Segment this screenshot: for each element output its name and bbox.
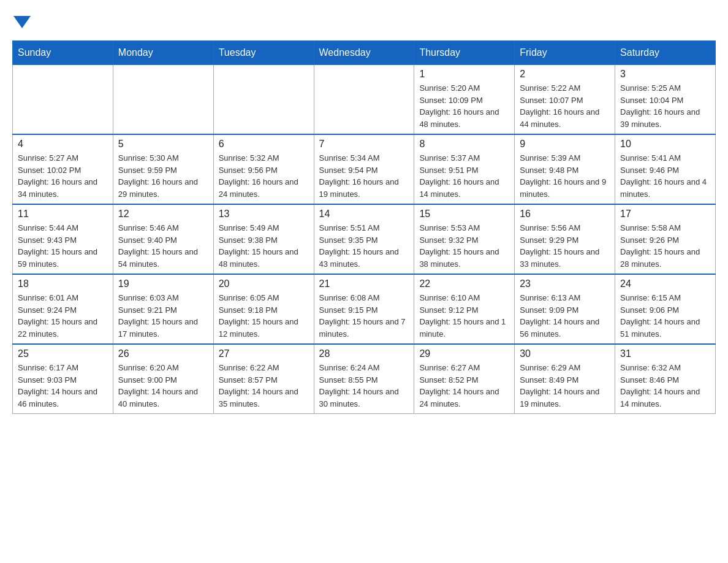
- calendar-header-row: SundayMondayTuesdayWednesdayThursdayFrid…: [13, 41, 716, 65]
- day-number: 3: [620, 69, 710, 80]
- day-number: 18: [18, 278, 108, 289]
- day-info: Sunrise: 5:27 AMSunset: 10:02 PMDaylight…: [18, 152, 108, 200]
- week-row-4: 18Sunrise: 6:01 AMSunset: 9:24 PMDayligh…: [13, 274, 716, 344]
- calendar-cell: 6Sunrise: 5:32 AMSunset: 9:56 PMDaylight…: [213, 134, 314, 204]
- calendar-cell: 16Sunrise: 5:56 AMSunset: 9:29 PMDayligh…: [515, 204, 615, 274]
- day-info: Sunrise: 5:56 AMSunset: 9:29 PMDaylight:…: [520, 222, 610, 270]
- calendar-cell: 23Sunrise: 6:13 AMSunset: 9:09 PMDayligh…: [515, 274, 615, 344]
- day-info: Sunrise: 5:49 AMSunset: 9:38 PMDaylight:…: [219, 222, 309, 270]
- day-info: Sunrise: 6:10 AMSunset: 9:12 PMDaylight:…: [419, 292, 509, 340]
- day-info: Sunrise: 6:29 AMSunset: 8:49 PMDaylight:…: [520, 362, 610, 410]
- header-tuesday: Tuesday: [213, 41, 314, 65]
- day-info: Sunrise: 6:05 AMSunset: 9:18 PMDaylight:…: [219, 292, 309, 340]
- day-info: Sunrise: 6:13 AMSunset: 9:09 PMDaylight:…: [520, 292, 610, 340]
- calendar-cell: 26Sunrise: 6:20 AMSunset: 9:00 PMDayligh…: [113, 344, 213, 414]
- day-info: Sunrise: 5:30 AMSunset: 9:59 PMDaylight:…: [118, 152, 208, 200]
- calendar-cell: 20Sunrise: 6:05 AMSunset: 9:18 PMDayligh…: [213, 274, 314, 344]
- calendar-cell: 9Sunrise: 5:39 AMSunset: 9:48 PMDaylight…: [515, 134, 615, 204]
- day-info: Sunrise: 5:20 AMSunset: 10:09 PMDaylight…: [419, 82, 509, 130]
- page-header: [12, 12, 716, 28]
- day-info: Sunrise: 5:32 AMSunset: 9:56 PMDaylight:…: [219, 152, 309, 200]
- day-info: Sunrise: 6:32 AMSunset: 8:46 PMDaylight:…: [620, 362, 710, 410]
- header-saturday: Saturday: [615, 41, 716, 65]
- day-number: 16: [520, 209, 610, 220]
- day-info: Sunrise: 6:17 AMSunset: 9:03 PMDaylight:…: [18, 362, 108, 410]
- header-sunday: Sunday: [13, 41, 113, 65]
- calendar-cell: 24Sunrise: 6:15 AMSunset: 9:06 PMDayligh…: [615, 274, 716, 344]
- day-info: Sunrise: 5:25 AMSunset: 10:04 PMDaylight…: [620, 82, 710, 130]
- header-monday: Monday: [113, 41, 213, 65]
- day-info: Sunrise: 6:03 AMSunset: 9:21 PMDaylight:…: [118, 292, 208, 340]
- day-number: 7: [319, 139, 409, 150]
- day-info: Sunrise: 6:15 AMSunset: 9:06 PMDaylight:…: [620, 292, 710, 340]
- day-number: 6: [219, 139, 309, 150]
- calendar-cell: [314, 65, 414, 135]
- calendar-cell: [213, 65, 314, 135]
- calendar-cell: 2Sunrise: 5:22 AMSunset: 10:07 PMDayligh…: [515, 65, 615, 135]
- header-thursday: Thursday: [414, 41, 515, 65]
- day-number: 10: [620, 139, 710, 150]
- day-number: 22: [419, 278, 509, 289]
- day-number: 20: [219, 278, 309, 289]
- calendar-table: SundayMondayTuesdayWednesdayThursdayFrid…: [12, 40, 716, 414]
- day-info: Sunrise: 6:08 AMSunset: 9:15 PMDaylight:…: [319, 292, 409, 340]
- calendar-cell: 14Sunrise: 5:51 AMSunset: 9:35 PMDayligh…: [314, 204, 414, 274]
- day-info: Sunrise: 6:01 AMSunset: 9:24 PMDaylight:…: [18, 292, 108, 340]
- calendar-cell: 29Sunrise: 6:27 AMSunset: 8:52 PMDayligh…: [414, 344, 515, 414]
- day-number: 11: [18, 209, 108, 220]
- calendar-cell: 3Sunrise: 5:25 AMSunset: 10:04 PMDayligh…: [615, 65, 716, 135]
- header-wednesday: Wednesday: [314, 41, 414, 65]
- day-number: 2: [520, 69, 610, 80]
- week-row-1: 1Sunrise: 5:20 AMSunset: 10:09 PMDayligh…: [13, 65, 716, 135]
- day-info: Sunrise: 5:46 AMSunset: 9:40 PMDaylight:…: [118, 222, 208, 270]
- calendar-cell: [113, 65, 213, 135]
- day-number: 31: [620, 348, 710, 359]
- calendar-cell: 19Sunrise: 6:03 AMSunset: 9:21 PMDayligh…: [113, 274, 213, 344]
- calendar-cell: 7Sunrise: 5:34 AMSunset: 9:54 PMDaylight…: [314, 134, 414, 204]
- day-info: Sunrise: 5:22 AMSunset: 10:07 PMDaylight…: [520, 82, 610, 130]
- calendar-cell: 5Sunrise: 5:30 AMSunset: 9:59 PMDaylight…: [113, 134, 213, 204]
- header-friday: Friday: [515, 41, 615, 65]
- calendar-cell: 1Sunrise: 5:20 AMSunset: 10:09 PMDayligh…: [414, 65, 515, 135]
- day-number: 12: [118, 209, 208, 220]
- day-number: 5: [118, 139, 208, 150]
- calendar-cell: 27Sunrise: 6:22 AMSunset: 8:57 PMDayligh…: [213, 344, 314, 414]
- day-number: 28: [319, 348, 409, 359]
- calendar-cell: 31Sunrise: 6:32 AMSunset: 8:46 PMDayligh…: [615, 344, 716, 414]
- day-number: 4: [18, 139, 108, 150]
- day-number: 17: [620, 209, 710, 220]
- day-info: Sunrise: 5:34 AMSunset: 9:54 PMDaylight:…: [319, 152, 409, 200]
- day-number: 8: [419, 139, 509, 150]
- day-info: Sunrise: 5:37 AMSunset: 9:51 PMDaylight:…: [419, 152, 509, 200]
- calendar-cell: 30Sunrise: 6:29 AMSunset: 8:49 PMDayligh…: [515, 344, 615, 414]
- day-number: 21: [319, 278, 409, 289]
- day-info: Sunrise: 6:24 AMSunset: 8:55 PMDaylight:…: [319, 362, 409, 410]
- day-number: 30: [520, 348, 610, 359]
- day-number: 14: [319, 209, 409, 220]
- day-number: 9: [520, 139, 610, 150]
- calendar-cell: 28Sunrise: 6:24 AMSunset: 8:55 PMDayligh…: [314, 344, 414, 414]
- calendar-cell: 15Sunrise: 5:53 AMSunset: 9:32 PMDayligh…: [414, 204, 515, 274]
- day-number: 1: [419, 69, 509, 80]
- calendar-cell: 13Sunrise: 5:49 AMSunset: 9:38 PMDayligh…: [213, 204, 314, 274]
- calendar-cell: 8Sunrise: 5:37 AMSunset: 9:51 PMDaylight…: [414, 134, 515, 204]
- calendar-cell: 4Sunrise: 5:27 AMSunset: 10:02 PMDayligh…: [13, 134, 113, 204]
- day-number: 13: [219, 209, 309, 220]
- day-info: Sunrise: 5:39 AMSunset: 9:48 PMDaylight:…: [520, 152, 610, 200]
- calendar-cell: 21Sunrise: 6:08 AMSunset: 9:15 PMDayligh…: [314, 274, 414, 344]
- day-number: 27: [219, 348, 309, 359]
- calendar-cell: 10Sunrise: 5:41 AMSunset: 9:46 PMDayligh…: [615, 134, 716, 204]
- day-number: 25: [18, 348, 108, 359]
- day-info: Sunrise: 5:44 AMSunset: 9:43 PMDaylight:…: [18, 222, 108, 270]
- day-info: Sunrise: 5:58 AMSunset: 9:26 PMDaylight:…: [620, 222, 710, 270]
- day-number: 26: [118, 348, 208, 359]
- calendar-cell: 25Sunrise: 6:17 AMSunset: 9:03 PMDayligh…: [13, 344, 113, 414]
- day-info: Sunrise: 5:41 AMSunset: 9:46 PMDaylight:…: [620, 152, 710, 200]
- day-info: Sunrise: 5:53 AMSunset: 9:32 PMDaylight:…: [419, 222, 509, 270]
- week-row-3: 11Sunrise: 5:44 AMSunset: 9:43 PMDayligh…: [13, 204, 716, 274]
- logo: [12, 12, 31, 28]
- calendar-cell: [13, 65, 113, 135]
- day-number: 29: [419, 348, 509, 359]
- calendar-cell: 11Sunrise: 5:44 AMSunset: 9:43 PMDayligh…: [13, 204, 113, 274]
- day-number: 15: [419, 209, 509, 220]
